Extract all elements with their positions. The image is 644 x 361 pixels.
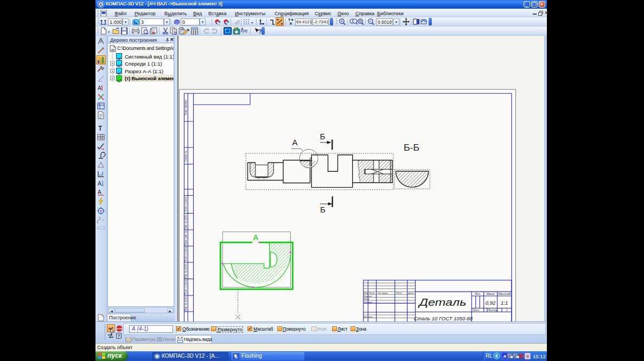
svg-text:Б-Б: Б-Б: [404, 143, 419, 152]
svg-text:1:1: 1:1: [501, 300, 508, 306]
svg-text:Пров.: Пров.: [364, 298, 370, 300]
svg-text:⚙: ⚙: [526, 354, 529, 358]
svg-text:0,92: 0,92: [486, 300, 496, 306]
svg-text:Сталь 10 ГОСТ 1050-88: Сталь 10 ГОСТ 1050-88: [414, 315, 473, 321]
svg-text:STOP: STOP: [117, 327, 123, 330]
svg-text:Справ. №: Справ. №: [184, 151, 187, 162]
svg-text:Подп. и дата: Подп. и дата: [184, 279, 187, 295]
svg-text:Б: Б: [320, 132, 326, 141]
svg-text:Подп.: Подп.: [396, 292, 402, 294]
svg-text:A: A: [98, 181, 101, 186]
svg-text:Лит.: Лит.: [474, 292, 481, 295]
svg-text:Дата: Дата: [407, 292, 415, 294]
svg-text:Н.контр.: Н.контр.: [364, 315, 374, 318]
svg-text:A: A: [503, 354, 507, 359]
svg-text:A: A: [98, 189, 101, 195]
svg-text:X-X: X-X: [177, 336, 183, 340]
svg-text:Взам. инв. №: Взам. инв. №: [184, 230, 187, 246]
svg-text:Масса: Масса: [487, 292, 495, 295]
svg-text:Изм Лист: Изм Лист: [364, 292, 375, 294]
svg-text:A: A: [98, 85, 101, 91]
svg-text:Лист: Лист: [472, 308, 480, 312]
svg-text:А: А: [292, 138, 298, 147]
svg-text:Инв. № подл.: Инв. № подл.: [184, 263, 187, 279]
svg-text:Масштаб: Масштаб: [498, 292, 511, 295]
svg-text:Инв. № подл.: Инв. № подл.: [184, 296, 187, 311]
svg-text:Подп. и дата: Подп. и дата: [184, 196, 187, 212]
svg-text:Б: Б: [320, 205, 326, 214]
svg-text:K: K: [99, 3, 102, 7]
svg-text:Деталь: Деталь: [418, 296, 466, 308]
svg-text:Инв. № дубл.: Инв. № дубл.: [184, 214, 187, 229]
svg-text:1: 1: [506, 308, 508, 312]
svg-text:T: T: [98, 125, 103, 132]
svg-text:№ докум.: № докум.: [378, 292, 388, 294]
svg-text:Перв. примен.: Перв. примен.: [184, 99, 187, 115]
svg-text:Т.контр.: Т.контр.: [364, 301, 373, 304]
svg-text:Подп. и дата: Подп. и дата: [184, 246, 187, 262]
svg-text:Разраб.: Разраб.: [364, 295, 372, 298]
svg-text:А: А: [253, 233, 259, 242]
svg-text:Листов: Листов: [487, 308, 498, 312]
